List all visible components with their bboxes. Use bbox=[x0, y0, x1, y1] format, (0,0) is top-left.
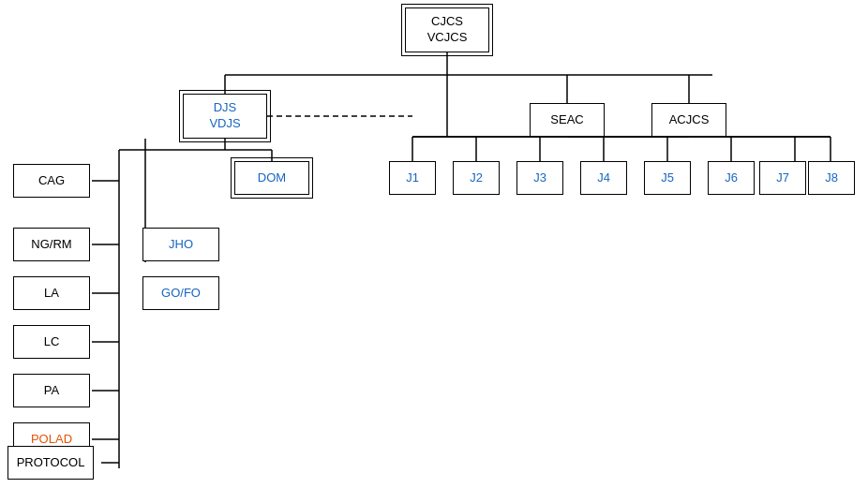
dom-label: DOM bbox=[258, 170, 286, 186]
j8-label: J8 bbox=[825, 170, 838, 186]
j5-node: J5 bbox=[644, 161, 691, 195]
org-chart: CJCS VCJCS DJS VDJS SEAC ACJCS DOM J1 J2… bbox=[0, 0, 868, 488]
acjcs-node: ACJCS bbox=[651, 103, 726, 137]
connector-lines bbox=[0, 0, 868, 488]
j7-label: J7 bbox=[776, 170, 789, 186]
j8-node: J8 bbox=[808, 161, 855, 195]
dom-node: DOM bbox=[234, 161, 309, 195]
cjcs-node: CJCS VCJCS bbox=[405, 7, 489, 52]
j5-label: J5 bbox=[661, 170, 674, 186]
djs-node: DJS VDJS bbox=[183, 94, 267, 139]
j2-node: J2 bbox=[453, 161, 500, 195]
j2-label: J2 bbox=[470, 170, 483, 186]
cag-node: CAG bbox=[13, 164, 90, 198]
j4-label: J4 bbox=[597, 170, 610, 186]
ngrm-label: NG/RM bbox=[31, 237, 71, 253]
gofo-label: GO/FO bbox=[161, 286, 201, 302]
cag-label: CAG bbox=[38, 173, 65, 189]
seac-node: SEAC bbox=[530, 103, 605, 137]
jho-node: JHO bbox=[142, 228, 219, 261]
lc-label: LC bbox=[44, 334, 60, 350]
j6-node: J6 bbox=[708, 161, 755, 195]
j4-node: J4 bbox=[580, 161, 627, 195]
seac-label: SEAC bbox=[550, 112, 583, 128]
j1-node: J1 bbox=[389, 161, 436, 195]
polad-label: POLAD bbox=[31, 432, 72, 448]
protocol-label: PROTOCOL bbox=[17, 455, 85, 471]
j3-node: J3 bbox=[516, 161, 563, 195]
j6-label: J6 bbox=[725, 170, 738, 186]
pa-node: PA bbox=[13, 374, 90, 407]
j7-node: J7 bbox=[759, 161, 806, 195]
pa-label: PA bbox=[44, 383, 59, 399]
jho-label: JHO bbox=[169, 237, 193, 253]
cjcs-label: CJCS VCJCS bbox=[427, 14, 468, 46]
protocol-node: PROTOCOL bbox=[7, 446, 94, 480]
j1-label: J1 bbox=[406, 170, 419, 186]
djs-label: DJS VDJS bbox=[209, 100, 240, 132]
la-node: LA bbox=[13, 276, 90, 310]
gofo-node: GO/FO bbox=[142, 276, 219, 310]
la-label: LA bbox=[44, 286, 59, 302]
acjcs-label: ACJCS bbox=[669, 112, 710, 128]
ngrm-node: NG/RM bbox=[13, 228, 90, 261]
lc-node: LC bbox=[13, 325, 90, 359]
j3-label: J3 bbox=[533, 170, 546, 186]
